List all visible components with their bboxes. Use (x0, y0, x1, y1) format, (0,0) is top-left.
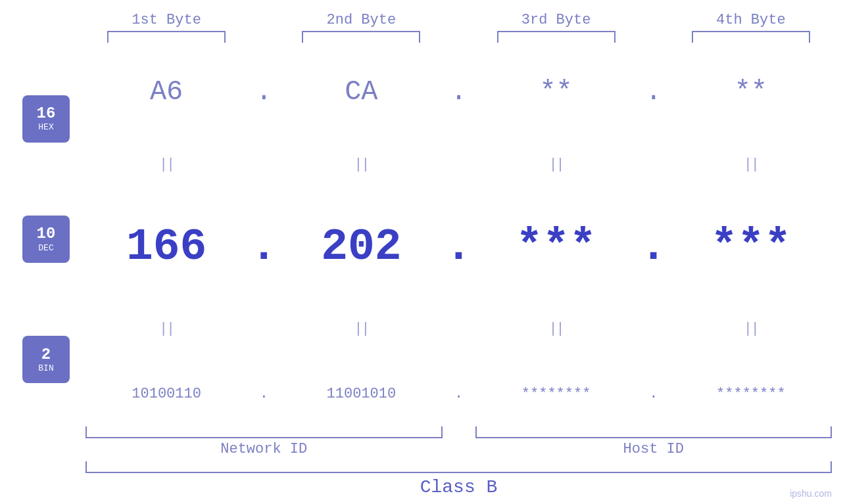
dec-badge: 10 DEC (22, 216, 70, 263)
bin-row: 10100110 . 11001010 . ******** . (85, 386, 832, 402)
eq1-b4: || (670, 156, 832, 173)
bin-dot3-cell: . (637, 386, 670, 402)
hex-b1-cell: A6 (85, 76, 247, 108)
bracket-3 (475, 31, 637, 43)
hex-b2-cell: CA (280, 76, 442, 108)
byte-sep-1 (247, 12, 280, 28)
hex-badge: 16 HEX (22, 95, 70, 143)
dec-b3-cell: *** (475, 221, 637, 272)
hex-b3-cell: ** (475, 76, 637, 108)
byte-sep-3 (637, 12, 670, 28)
dec-b4-cell: *** (670, 221, 832, 272)
byte-label-4: 4th Byte (670, 12, 832, 28)
eq2-b2: || (280, 321, 442, 337)
dec-dot1-cell: . (247, 221, 280, 272)
id-brackets (85, 426, 832, 438)
eq2-b3: || (475, 321, 637, 337)
hex-dot2-cell: . (443, 76, 475, 108)
equals-row-1: || || || || (85, 156, 832, 173)
page-container: 1st Byte 2nd Byte 3rd Byte 4th Byte (0, 0, 845, 504)
network-id-label-cell: Network ID (85, 441, 443, 457)
dec-b1-cell: 166 (85, 221, 247, 272)
dec-b2-cell: 202 (280, 221, 442, 272)
eq1-b2: || (280, 156, 442, 173)
bin-b3-cell: ******** (475, 386, 637, 402)
bracket-1 (85, 31, 247, 43)
bin-dot2-cell: . (443, 386, 475, 402)
hex-dot3-cell: . (637, 76, 670, 108)
bracket-sep-3 (637, 31, 670, 43)
hex-b4-cell: ** (670, 76, 832, 108)
hex-dot1-cell: . (247, 76, 280, 108)
equals-row-2: || || || || (85, 321, 832, 337)
byte-labels-row: 1st Byte 2nd Byte 3rd Byte 4th Byte (85, 12, 832, 28)
class-label-row: Class B (85, 477, 832, 497)
byte-label-1: 1st Byte (85, 12, 247, 28)
dec-row: 166 . 202 . *** . *** (85, 221, 832, 272)
bottom-section: Network ID Host ID Class B (0, 426, 845, 504)
network-bracket-area (85, 426, 832, 438)
eq2-b1: || (85, 321, 247, 337)
dec-dot2-cell: . (443, 221, 475, 272)
bin-badge: 2 BIN (22, 336, 70, 383)
bin-b1-cell: 10100110 (85, 386, 247, 402)
eq1-b3: || (475, 156, 637, 173)
class-bracket (85, 461, 832, 473)
watermark: ipshu.com (790, 488, 832, 499)
bracket-sep-1 (247, 31, 280, 43)
badges-column: 16 HEX 10 DEC 2 BIN (0, 52, 85, 426)
bin-b2-cell: 11001010 (280, 386, 442, 402)
host-id-label-cell: Host ID (475, 441, 833, 457)
byte-label-3: 3rd Byte (475, 12, 637, 28)
byte-label-2: 2nd Byte (280, 12, 442, 28)
eq1-b1: || (85, 156, 247, 173)
hex-row: A6 . CA . ** . ** (85, 76, 832, 108)
id-labels: Network ID Host ID (85, 441, 832, 457)
top-section: 1st Byte 2nd Byte 3rd Byte 4th Byte (0, 0, 845, 52)
middle-section: 16 HEX 10 DEC 2 BIN A6 . (0, 52, 845, 426)
data-area: A6 . CA . ** . ** (85, 52, 845, 426)
bracket-sep-2 (443, 31, 475, 43)
bin-dot1-cell: . (247, 386, 280, 402)
byte-sep-2 (443, 12, 475, 28)
byte-brackets-row (85, 31, 832, 43)
bin-b4-cell: ******** (670, 386, 832, 402)
dec-dot3-cell: . (637, 221, 670, 272)
bracket-2 (280, 31, 442, 43)
eq2-b4: || (670, 321, 832, 337)
bracket-4 (670, 31, 832, 43)
